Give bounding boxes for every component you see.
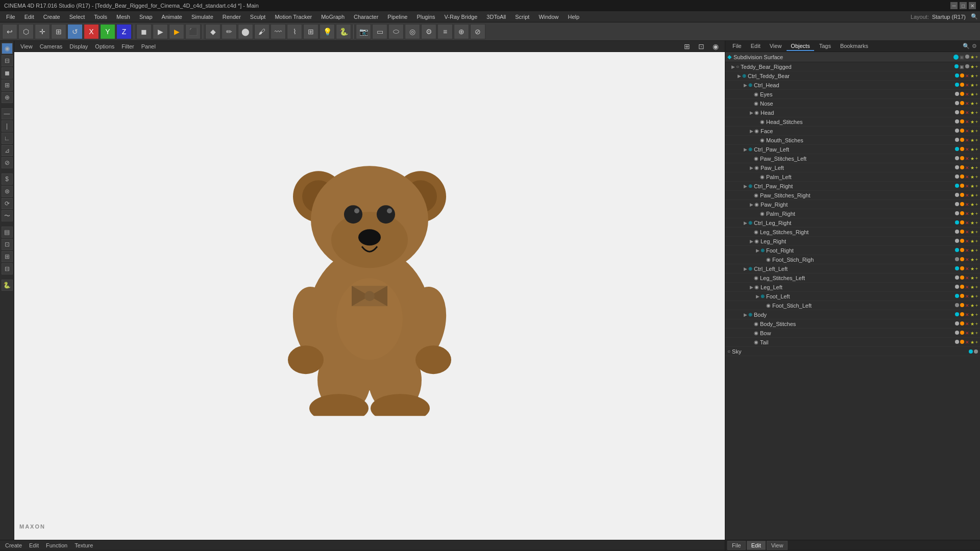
tool-clone[interactable]: ⊞ — [2, 251, 13, 262]
vp-menu-display[interactable]: Display — [66, 42, 91, 51]
tree-item-paw-stitches-left[interactable]: ◉ Paw_Stitches_Left ✕ ★ + — [725, 154, 980, 163]
tl-menu-texture[interactable]: Texture — [71, 541, 96, 549]
menu-create[interactable]: Create — [39, 13, 64, 21]
menu-animate[interactable]: Animate — [158, 13, 186, 21]
menu-edit[interactable]: Edit — [20, 13, 38, 21]
tree-item-foot-left[interactable]: ▶ ⊕ Foot_Left ✕ ★ + — [725, 292, 980, 301]
tool-sky[interactable]: ⬭ — [388, 24, 404, 39]
tree-item-foot-stich-righ[interactable]: ◉ Foot_Stich_Righ ✕ ★ + — [725, 255, 980, 264]
tree-item-subdivision-surface[interactable]: ◆ Subdivision Surface ▣ ★ + — [725, 52, 980, 62]
tool-camera[interactable]: 📷 — [356, 24, 371, 39]
menu-script[interactable]: Script — [511, 13, 533, 21]
tool-timeline2[interactable]: ≡ — [437, 24, 453, 39]
vp-corner2[interactable]: ⊡ — [695, 41, 707, 52]
tree-item-head[interactable]: ▶ ◉ Head ✕ ★ + — [725, 108, 980, 117]
tree-item-leg-right[interactable]: ▶ ◉ Leg_Right ✕ ★ + — [725, 237, 980, 246]
tool-model-mode[interactable]: ◼ — [136, 24, 152, 39]
tool-morph[interactable]: ⊘ — [470, 24, 485, 39]
tree-item-foot-right[interactable]: ▶ ⊕ Foot_Right ✕ ★ + — [725, 246, 980, 255]
tool-anim[interactable]: ⊕ — [454, 24, 469, 39]
menu-pipeline[interactable]: Pipeline — [383, 13, 411, 21]
vp-menu-filter[interactable]: Filter — [118, 42, 137, 51]
tool-axis3[interactable]: ∟ — [2, 133, 13, 144]
tool-y[interactable]: Y — [100, 24, 115, 39]
tree-item-paw-right[interactable]: ▶ ◉ Paw_Right ✕ ★ + — [725, 200, 980, 209]
tool-render-vp[interactable]: ⬛ — [185, 24, 201, 39]
tree-item-foot-stich-left[interactable]: ◉ Foot_Stich_Left ✕ ★ + — [725, 301, 980, 310]
tree-item-body[interactable]: ▶ ⊕ Body ✕ ★ + — [725, 310, 980, 319]
vp-menu-view[interactable]: View — [17, 42, 36, 51]
attr-tab-view[interactable]: View — [767, 541, 788, 550]
menu-vray[interactable]: V-Ray Bridge — [440, 13, 482, 21]
tree-item-face[interactable]: ▶ ◉ Face ✕ ★ + — [725, 127, 980, 136]
maximize-button[interactable]: □ — [960, 2, 967, 9]
menu-3dtoall[interactable]: 3DToAll — [482, 13, 510, 21]
tool-x[interactable]: X — [84, 24, 99, 39]
tree-item-palm-left[interactable]: ◉ Palm_Left ✕ ★ + — [725, 172, 980, 182]
tree-item-teddy-bear-rigged[interactable]: ▶ ○ Teddy_Bear_Rigged ▣ ★ + — [725, 62, 980, 71]
attr-tab-file[interactable]: File — [727, 541, 746, 550]
rp-tab-objects[interactable]: Objects — [787, 42, 814, 51]
tool-xpresso[interactable]: ⚙ — [421, 24, 436, 39]
tool-undo[interactable]: ↩ — [2, 24, 17, 39]
rp-tab-tags[interactable]: Tags — [815, 42, 835, 51]
tool-uv-edit[interactable]: ⊞ — [2, 80, 13, 91]
rp-tab-edit[interactable]: Edit — [747, 42, 765, 51]
tree-item-paw-stitches-right[interactable]: ◉ Paw_Stitches_Right ✕ ★ + — [725, 191, 980, 200]
menu-simulate[interactable]: Simulate — [187, 13, 217, 21]
menu-file[interactable]: File — [2, 13, 19, 21]
minimize-button[interactable]: ─ — [950, 2, 958, 9]
tool-scale[interactable]: ⊞ — [51, 24, 66, 39]
menu-tools[interactable]: Tools — [90, 13, 111, 21]
tree-item-ctrl-teddy-bear[interactable]: ▶ ⊕ Ctrl_Teddy_Bear ✕ ★ + — [725, 71, 980, 81]
tree-item-head-stitches[interactable]: ◉ Head_Stitches ✕ ★ + — [725, 117, 980, 127]
tool-z[interactable]: Z — [116, 24, 132, 39]
tree-item-palm-right[interactable]: ◉ Palm_Right ✕ ★ + — [725, 209, 980, 218]
menu-select[interactable]: Select — [65, 13, 89, 21]
tool-eraser[interactable]: ⊡ — [2, 239, 13, 250]
tool-live-selection[interactable]: ⬡ — [18, 24, 34, 39]
tree-item-leg-left[interactable]: ▶ ◉ Leg_Left ✕ ★ + — [725, 283, 980, 292]
vp-corner3[interactable]: ◉ — [709, 41, 722, 52]
menu-help[interactable]: Help — [564, 13, 584, 21]
tool-smear[interactable]: 〜 — [2, 210, 13, 221]
rp-config-icon[interactable]: ⚙ — [972, 43, 977, 49]
tree-item-paw-left[interactable]: ▶ ◉ Paw_Left ✕ ★ + — [725, 163, 980, 172]
tool-python2[interactable]: 🐍 — [2, 280, 13, 291]
tool-sculpt2[interactable]: ⬤ — [238, 24, 253, 39]
vp-menu-cameras[interactable]: Cameras — [37, 42, 66, 51]
vp-menu-options[interactable]: Options — [92, 42, 117, 51]
tree-item-eyes[interactable]: ◉ Eyes ✕ ★ + — [725, 90, 980, 99]
tool-brush[interactable]: $ — [2, 173, 13, 185]
rp-tab-view[interactable]: View — [766, 42, 786, 51]
rp-tab-file[interactable]: File — [728, 42, 746, 51]
tool-render[interactable]: ▶ — [169, 24, 184, 39]
vp-menu-panel[interactable]: Panel — [138, 42, 159, 51]
tool-render-region[interactable]: ▶ — [153, 24, 168, 39]
tool-paint2[interactable]: ▤ — [2, 227, 13, 238]
menu-render[interactable]: Render — [218, 13, 245, 21]
tool-subdivide[interactable]: ⊞ — [303, 24, 318, 39]
tree-item-body-stitches[interactable]: ◉ Body_Stitches ✕ ★ + — [725, 319, 980, 329]
tool-twist[interactable]: ⟳ — [2, 198, 13, 209]
tool-pen[interactable]: ✏ — [222, 24, 237, 39]
tree-item-nose[interactable]: ◉ Nose ✕ ★ + — [725, 99, 980, 108]
tree-item-bow[interactable]: ◉ Bow ✕ ★ + — [725, 329, 980, 338]
rp-tab-bookmarks[interactable]: Bookmarks — [836, 42, 872, 51]
layout-search[interactable]: 🔍 — [971, 13, 978, 20]
menu-mograph[interactable]: MoGraph — [317, 13, 349, 21]
tool-axis2[interactable]: | — [2, 120, 13, 132]
tl-menu-edit[interactable]: Edit — [26, 541, 42, 549]
tree-item-sky[interactable]: ○ Sky — [725, 347, 980, 356]
tool-paint[interactable]: 🖌 — [254, 24, 270, 39]
menu-character[interactable]: Character — [350, 13, 382, 21]
tool-snap2[interactable]: ⊕ — [2, 92, 13, 103]
tree-item-ctrl-head[interactable]: ▶ ⊕ Ctrl_Head ✕ ★ + — [725, 81, 980, 90]
tool-spline[interactable]: 〰 — [271, 24, 286, 39]
tree-item-ctrl-paw-right[interactable]: ▶ ⊕ Ctrl_Paw_Right ✕ ★ + — [725, 182, 980, 191]
tool-material[interactable]: ◎ — [405, 24, 420, 39]
menu-plugins[interactable]: Plugins — [412, 13, 439, 21]
tl-menu-function[interactable]: Function — [43, 541, 70, 549]
tool-measure[interactable]: ⊘ — [2, 157, 13, 168]
tool-polygon-mode[interactable]: ◼ — [2, 67, 13, 79]
